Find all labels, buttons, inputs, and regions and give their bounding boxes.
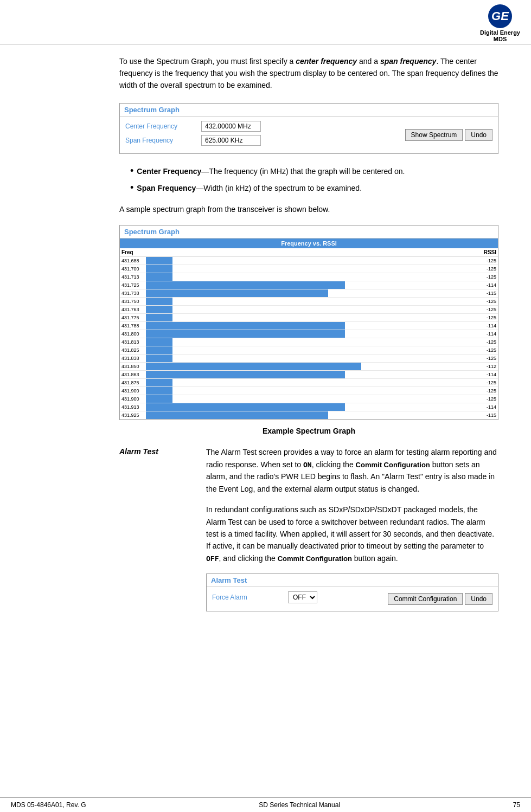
rssi-cell: -114 xyxy=(477,282,498,288)
bar xyxy=(146,395,172,403)
freq-cell: 431.725 xyxy=(120,282,146,288)
spectrum-graph-box-top: Spectrum Graph Center Frequency 432.0000… xyxy=(119,103,498,154)
bar xyxy=(146,273,172,281)
alarm-fields: Force Alarm OFF ON xyxy=(212,591,377,607)
chart-row: 431.813 -125 xyxy=(120,338,498,346)
chart-caption: Example Spectrum Graph xyxy=(119,427,498,435)
rssi-cell: -125 xyxy=(477,347,498,353)
rssi-cell: -125 xyxy=(477,266,498,272)
freq-cell: 431.750 xyxy=(120,298,146,305)
spectrum-box-title-top: Spectrum Graph xyxy=(120,104,498,117)
chart-row: 431.850 -112 -112 xyxy=(120,363,498,371)
chart-row: 431.900 -125 xyxy=(120,395,498,403)
freq-cell: 431.775 xyxy=(120,314,146,321)
force-alarm-label: Force Alarm xyxy=(212,594,283,601)
bar-cell xyxy=(146,298,477,305)
chart-row: 431.700 -125 xyxy=(120,265,498,273)
freq-cell: 431.900 xyxy=(120,396,146,402)
bar-cell xyxy=(146,314,477,321)
rssi-cell: -114 xyxy=(477,331,498,337)
bar: -114 xyxy=(146,403,345,411)
alarm-test-label: Alarm Test xyxy=(119,446,206,611)
col-freq-header: Freq xyxy=(120,248,146,256)
force-alarm-select[interactable]: OFF ON xyxy=(288,591,317,603)
bar-cell xyxy=(146,395,477,403)
bar xyxy=(146,298,172,305)
spectrum-chart-box: Spectrum Graph Frequency vs. RSSI Freq R… xyxy=(119,225,498,420)
rssi-cell: -125 xyxy=(477,306,498,313)
bar-cell xyxy=(146,355,477,362)
bar: -114 xyxy=(146,281,345,289)
bar-label: -112 xyxy=(466,364,475,369)
freq-cell: 431.913 xyxy=(120,404,146,410)
commit-configuration-button[interactable]: Commit Configuration xyxy=(388,593,463,605)
freq-cell: 431.850 xyxy=(120,363,146,370)
rssi-cell: -114 xyxy=(477,371,498,378)
chart-row: 431.763 -125 xyxy=(120,306,498,314)
span-freq-value: 625.000 KHz xyxy=(201,135,261,146)
brand-text: Digital Energy MDS xyxy=(480,29,520,42)
footer-right: 75 xyxy=(513,801,520,809)
freq-cell: 431.763 xyxy=(120,306,146,313)
chart-row: 431.725 -114 -114 xyxy=(120,281,498,289)
bar: -114 xyxy=(146,371,345,378)
rssi-cell: -115 xyxy=(477,412,498,418)
rssi-cell: -125 xyxy=(477,379,498,386)
chart-row: 431.713 -125 xyxy=(120,273,498,281)
bullet-item-center-freq: • Center Frequency—The frequency (in MHz… xyxy=(119,166,498,177)
ge-logo: GE Digital Energy MDS xyxy=(480,4,520,42)
bar xyxy=(146,265,172,273)
bar-cell xyxy=(146,273,477,281)
freq-cell: 431.688 xyxy=(120,257,146,264)
freq-cell: 431.900 xyxy=(120,388,146,394)
rssi-cell: -125 xyxy=(477,257,498,264)
span-freq-label: Span Frequency xyxy=(125,137,196,144)
bar: -114 xyxy=(146,322,345,330)
bar-label: -115 xyxy=(466,413,475,418)
freq-cell: 431.713 xyxy=(120,274,146,280)
chart-rows: 431.688 -125 431.700 -125 431.713 -125 4… xyxy=(120,257,498,420)
bullet-dot-1: • xyxy=(130,166,133,177)
chart-row: 431.925 -115 -115 xyxy=(120,411,498,420)
chart-row: 431.775 -125 xyxy=(120,314,498,322)
bar-cell xyxy=(146,257,477,265)
bar-label: -114 xyxy=(466,324,475,328)
freq-cell: 431.700 xyxy=(120,266,146,272)
col-rssi-header: RSSI xyxy=(477,248,498,256)
bar-cell xyxy=(146,346,477,354)
bar: -115 xyxy=(146,289,328,297)
spectrum-buttons-top: Show Spectrum Undo xyxy=(405,129,492,141)
alarm-buttons: Commit Configuration Undo xyxy=(388,593,492,605)
bar-cell xyxy=(146,387,477,395)
chart-row: 431.825 -125 xyxy=(120,346,498,355)
footer-left: MDS 05-4846A01, Rev. G xyxy=(11,801,86,809)
freq-cell: 431.863 xyxy=(120,371,146,378)
chart-row: 431.838 -125 xyxy=(120,355,498,363)
footer-center: SD Series Technical Manual xyxy=(259,801,340,809)
bar: -115 xyxy=(146,411,328,419)
bar-cell xyxy=(146,306,477,313)
undo-button-top[interactable]: Undo xyxy=(465,129,492,141)
ge-circle-icon: GE xyxy=(488,4,512,28)
rssi-cell: -114 xyxy=(477,404,498,410)
chart-row: 431.900 -125 xyxy=(120,387,498,395)
bar xyxy=(146,387,172,395)
center-freq-row: Center Frequency 432.00000 MHz xyxy=(125,121,394,132)
show-spectrum-button[interactable]: Show Spectrum xyxy=(405,129,463,141)
chart-row: 431.738 -115 -115 xyxy=(120,289,498,298)
chart-row: 431.688 -125 xyxy=(120,257,498,265)
span-freq-row: Span Frequency 625.000 KHz xyxy=(125,135,394,146)
rssi-cell: -125 xyxy=(477,274,498,280)
bar: -112 xyxy=(146,363,361,370)
chart-row: 431.788 -114 -114 xyxy=(120,322,498,330)
bar-cell: -114 xyxy=(146,330,477,338)
intro-paragraph: To use the Spectrum Graph, you must firs… xyxy=(119,56,498,91)
spectrum-fields: Center Frequency 432.00000 MHz Span Freq… xyxy=(125,121,394,149)
undo-button-alarm[interactable]: Undo xyxy=(465,593,492,605)
page-footer: MDS 05-4846A01, Rev. G SD Series Technic… xyxy=(0,797,531,812)
chart-row: 431.875 -125 xyxy=(120,379,498,387)
freq-cell: 431.838 xyxy=(120,355,146,362)
rssi-cell: -115 xyxy=(477,290,498,297)
bullet-dot-2: • xyxy=(130,183,133,194)
bullet-list: • Center Frequency—The frequency (in MHz… xyxy=(119,166,498,194)
